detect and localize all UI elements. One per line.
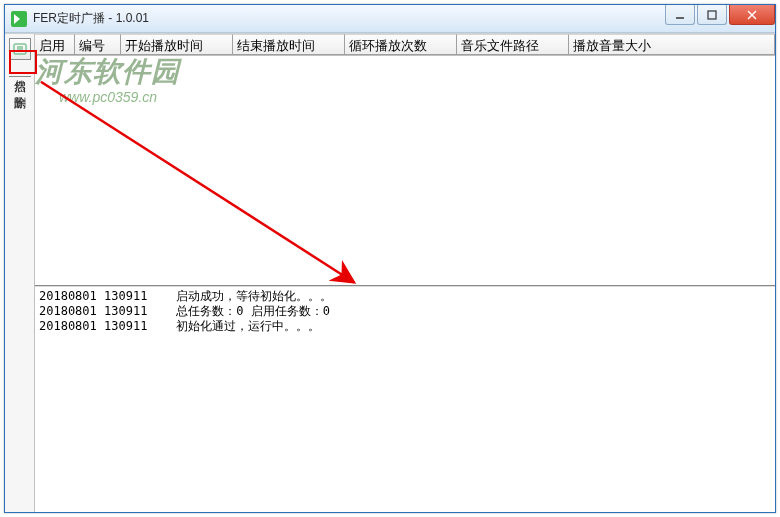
- close-button[interactable]: [729, 5, 775, 25]
- app-window: FER定时广播 - 1.0.01 启然 删除: [4, 4, 776, 513]
- left-toolbar: 启然 删除: [5, 34, 35, 512]
- main-area: 启用 编号 开始播放时间 结束播放时间 循环播放次数 音乐文件路径 播放音量大小…: [35, 34, 775, 512]
- window-title: FER定时广播 - 1.0.01: [33, 10, 149, 27]
- sidebar-divider: [9, 76, 31, 77]
- grid-header: 启用 编号 开始播放时间 结束播放时间 循环播放次数 音乐文件路径 播放音量大小: [35, 34, 775, 56]
- log-pane[interactable]: 20180801 130911 启动成功，等待初始化。。。 20180801 1…: [35, 286, 775, 512]
- col-enable[interactable]: 启用: [35, 34, 75, 55]
- svg-rect-1: [708, 11, 716, 19]
- col-start[interactable]: 开始播放时间: [121, 34, 233, 55]
- add-task-button[interactable]: [9, 38, 31, 60]
- client-area: 启然 删除 启用 编号 开始播放时间 结束播放时间 循环播放次数 音乐文件路径 …: [5, 33, 775, 512]
- grid-body[interactable]: [35, 56, 775, 286]
- col-volume[interactable]: 播放音量大小: [569, 34, 775, 55]
- titlebar[interactable]: FER定时广播 - 1.0.01: [5, 5, 775, 33]
- log-row: 20180801 130911 总任务数：0 启用任务数：0: [39, 304, 771, 319]
- maximize-button[interactable]: [697, 5, 727, 25]
- col-loops[interactable]: 循环播放次数: [345, 34, 457, 55]
- app-icon: [11, 11, 27, 27]
- minimize-button[interactable]: [665, 5, 695, 25]
- col-end[interactable]: 结束播放时间: [233, 34, 345, 55]
- log-row: 20180801 130911 初始化通过，运行中。。。: [39, 319, 771, 334]
- log-row: 20180801 130911 启动成功，等待初始化。。。: [39, 289, 771, 304]
- window-controls: [663, 5, 775, 25]
- col-id[interactable]: 编号: [75, 34, 121, 55]
- col-path[interactable]: 音乐文件路径: [457, 34, 569, 55]
